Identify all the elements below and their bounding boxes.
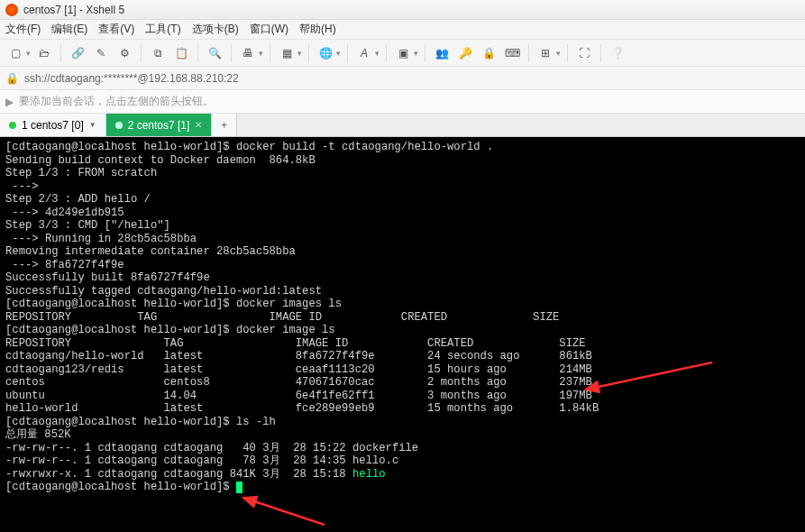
- term-line: -rwxrwxr-x. 1 cdtaogang cdtaogang 841K 3…: [5, 468, 352, 481]
- hint-bar: ▶ 要添加当前会话，点击左侧的箭头按钮。: [0, 90, 805, 114]
- term-line: --->: [5, 180, 45, 193]
- fullscreen-button[interactable]: ⛶: [574, 43, 594, 63]
- svg-line-1: [243, 498, 325, 525]
- term-line: Successfully built 8fa6727f4f9e: [5, 271, 210, 284]
- cursor: [236, 482, 242, 493]
- help-button[interactable]: ❔: [608, 43, 627, 63]
- term-line: [cdtaogang@localhost hello-world]$ docke…: [5, 141, 493, 153]
- term-line: REPOSITORY TAG IMAGE ID CREATED SIZE: [5, 337, 586, 350]
- chevron-down-icon: ▼: [89, 121, 96, 129]
- term-line: ---> 8fa6727f4f9e: [5, 259, 124, 271]
- term-prompt: [cdtaogang@localhost hello-world]$: [5, 481, 236, 493]
- hint-text: 要添加当前会话，点击左侧的箭头按钮。: [19, 94, 214, 109]
- status-dot-icon: [115, 122, 123, 129]
- font-button[interactable]: A: [354, 43, 374, 63]
- annotation-arrow-1: [577, 344, 721, 398]
- menu-window[interactable]: 窗口(W): [250, 22, 288, 37]
- encoding-button[interactable]: 🌐: [316, 43, 335, 63]
- properties-button[interactable]: ⚙: [114, 43, 134, 63]
- term-line: ubuntu 14.04 6e4f1fe62ff1 3 months ago 1…: [5, 390, 592, 402]
- lock-icon: 🔒: [5, 72, 19, 85]
- menu-tools[interactable]: 工具(T): [145, 22, 180, 37]
- hint-arrow-icon[interactable]: ▶: [5, 96, 14, 108]
- term-line: ---> Running in 28cb5ac58bba: [5, 233, 197, 245]
- tab-add-button[interactable]: +: [212, 114, 237, 136]
- menu-tabs[interactable]: 选项卡(B): [192, 22, 239, 37]
- term-line: cdtaogang/hello-world latest 8fa6727f4f9…: [5, 350, 592, 362]
- disconnect-button[interactable]: ✎: [91, 43, 111, 63]
- term-line: [cdtaogang@localhost hello-world]$ ls -l…: [5, 416, 276, 428]
- svg-line-0: [586, 362, 712, 390]
- term-line: centos centos8 470671670cac 2 months ago…: [5, 376, 592, 389]
- tab-centos7-0[interactable]: 1 centos7 [0] ▼: [0, 114, 106, 136]
- term-line: 总用量 852K: [5, 428, 71, 441]
- term-line: Sending build context to Docker daemon 8…: [5, 154, 316, 167]
- address-text[interactable]: ssh://cdtaogang:********@192.168.88.210:…: [24, 72, 239, 85]
- reconnect-button[interactable]: 🔗: [68, 43, 87, 63]
- color-button[interactable]: ▣: [393, 43, 413, 63]
- annotation-arrow-2: [234, 480, 334, 532]
- menu-help[interactable]: 帮助(H): [299, 22, 336, 37]
- terminal-output[interactable]: [cdtaogang@localhost hello-world]$ docke…: [0, 137, 805, 532]
- tab-bar: 1 centos7 [0] ▼ 2 centos7 [1] ✕ +: [0, 114, 805, 137]
- tab-centos7-1[interactable]: 2 centos7 [1] ✕: [106, 114, 213, 136]
- menu-edit[interactable]: 编辑(E): [51, 22, 87, 37]
- menu-bar: 文件(F) 编辑(E) 查看(V) 工具(T) 选项卡(B) 窗口(W) 帮助(…: [0, 20, 805, 40]
- menu-view[interactable]: 查看(V): [98, 22, 134, 37]
- address-bar: 🔒 ssh://cdtaogang:********@192.168.88.21…: [0, 67, 805, 90]
- plus-icon: +: [221, 119, 227, 132]
- term-exec-file: hello: [352, 468, 386, 481]
- users-button[interactable]: 👥: [432, 43, 452, 63]
- open-button[interactable]: 🗁: [34, 43, 54, 63]
- toolbar: ▢▾ 🗁 🔗 ✎ ⚙ ⧉ 📋 🔍 🖶▾ ▦▾ 🌐▾ A▾ ▣▾ 👥 🔑 🔒 ⌨ …: [0, 40, 805, 67]
- term-line: REPOSITORY TAG IMAGE ID CREATED SIZE: [5, 311, 559, 324]
- window-title: centos7 [1] - Xshell 5: [23, 4, 124, 16]
- term-line: Removing intermediate container 28cb5ac5…: [5, 245, 296, 258]
- term-line: Successfully tagged cdtaogang/hello-worl…: [5, 285, 322, 298]
- lock-button[interactable]: 🔒: [479, 43, 499, 63]
- term-line: cdtaogang123/redis latest ceaaf1113c20 1…: [5, 363, 592, 376]
- key-button[interactable]: 🔑: [455, 43, 475, 63]
- term-line: [cdtaogang@localhost hello-world]$ docke…: [5, 324, 335, 336]
- tab-label: 2 centos7 [1]: [128, 119, 190, 132]
- term-line: Step 1/3 : FROM scratch: [5, 167, 157, 179]
- layout-button[interactable]: ▦: [277, 43, 297, 63]
- term-line: hello-world latest fce289e99eb9 15 month…: [5, 402, 599, 415]
- new-session-button[interactable]: ▢: [5, 43, 25, 63]
- term-line: -rw-rw-r--. 1 cdtaogang cdtaogang 40 3月 …: [5, 442, 418, 454]
- status-dot-icon: [9, 122, 16, 129]
- tab-label: 1 centos7 [0]: [22, 119, 84, 132]
- find-button[interactable]: 🔍: [205, 43, 224, 63]
- term-line: Step 3/3 : CMD ["/hello"]: [5, 219, 170, 232]
- paste-button[interactable]: 📋: [171, 43, 191, 63]
- menu-file[interactable]: 文件(F): [5, 22, 41, 37]
- close-icon[interactable]: ✕: [195, 120, 202, 130]
- script-button[interactable]: ⌨: [502, 43, 522, 63]
- copy-button[interactable]: ⧉: [148, 43, 168, 63]
- term-line: [cdtaogang@localhost hello-world]$ docke…: [5, 298, 342, 310]
- term-line: ---> 4d249e1db915: [5, 206, 124, 219]
- app-icon: [5, 4, 18, 16]
- print-button[interactable]: 🖶: [238, 43, 258, 63]
- title-bar: centos7 [1] - Xshell 5: [0, 0, 805, 20]
- term-line: Step 2/3 : ADD hello /: [5, 193, 151, 206]
- tile-button[interactable]: ⊞: [535, 43, 555, 63]
- term-line: -rw-rw-r--. 1 cdtaogang cdtaogang 78 3月 …: [5, 454, 398, 467]
